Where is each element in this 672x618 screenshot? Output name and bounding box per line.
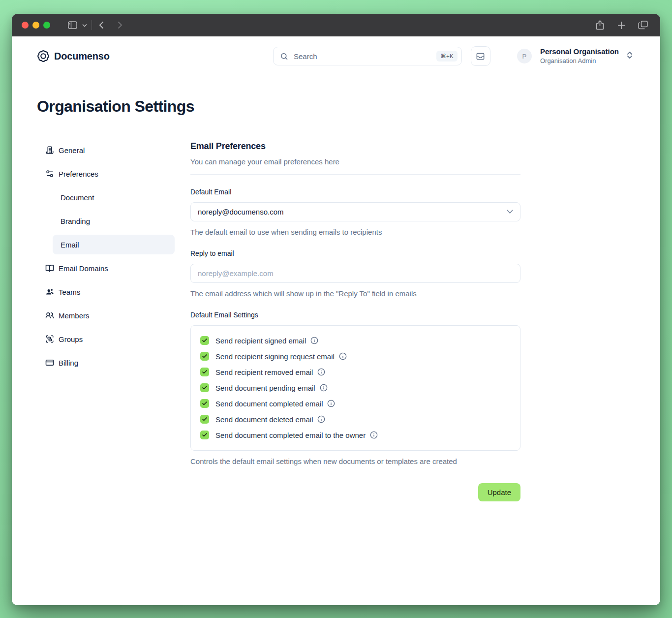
app-header: Documenso ⌘+K P Personal Organisation <box>12 36 660 75</box>
info-icon[interactable] <box>370 431 378 439</box>
checkbox-checked[interactable] <box>200 399 209 408</box>
section-subtitle: You can manage your email preferences he… <box>190 157 520 166</box>
sidebar-item-members[interactable]: Members <box>37 306 175 325</box>
sidebar-item-label: Branding <box>61 217 90 225</box>
back-button-icon[interactable] <box>94 18 109 32</box>
email-setting-row: Send recipient removed email <box>200 364 513 380</box>
sidebar-item-preferences[interactable]: Preferences <box>37 164 175 184</box>
default-email-helper: The default email to use when sending em… <box>190 228 520 236</box>
new-tab-icon[interactable] <box>614 18 629 32</box>
sidebar-item-label: Email <box>61 241 79 249</box>
checkbox-checked[interactable] <box>200 431 209 439</box>
zoom-window-button[interactable] <box>43 22 50 29</box>
email-setting-label: Send recipient signing request email <box>215 352 335 361</box>
info-icon[interactable] <box>317 368 325 376</box>
building-icon <box>45 146 54 154</box>
sidebar-item-label: Groups <box>59 335 83 343</box>
inbox-button[interactable] <box>471 46 490 66</box>
search-bar[interactable]: ⌘+K <box>273 47 462 65</box>
email-preferences-panel: Email Preferences You can manage your em… <box>190 140 520 501</box>
group-icon <box>45 335 54 343</box>
sidebar-item-email[interactable]: Email <box>53 235 175 254</box>
info-icon[interactable] <box>317 415 325 423</box>
sidebar-item-branding[interactable]: Branding <box>53 211 175 231</box>
chevron-down-icon <box>507 210 513 214</box>
settings-sidebar: GeneralPreferencesDocumentBrandingEmailE… <box>37 140 175 501</box>
sidebar-item-email-domains[interactable]: Email Domains <box>37 258 175 278</box>
sidebar-item-label: Members <box>59 311 90 320</box>
sidebar-item-label: Billing <box>59 359 78 367</box>
email-settings-box: Send recipient signed emailSend recipien… <box>190 325 520 451</box>
documenso-logo-icon <box>37 50 50 62</box>
chevrons-up-down-icon <box>627 51 633 61</box>
credit-card-icon <box>45 358 54 367</box>
sidebar-item-label: Document <box>61 193 94 202</box>
email-settings-label: Default Email Settings <box>190 311 520 319</box>
page-content: Documenso ⌘+K P Personal Organisation <box>12 36 660 605</box>
sidebar-item-label: Teams <box>59 288 80 296</box>
search-input[interactable] <box>293 52 436 61</box>
search-shortcut-badge: ⌘+K <box>436 51 458 62</box>
browser-window: Documenso ⌘+K P Personal Organisation <box>12 14 660 605</box>
email-setting-row: Send recipient signed email <box>200 333 513 348</box>
titlebar <box>12 14 660 36</box>
update-button[interactable]: Update <box>478 483 520 501</box>
sidebar-menu-chevron-icon[interactable] <box>80 18 90 32</box>
checkbox-checked[interactable] <box>200 336 209 345</box>
email-setting-label: Send document completed email to the own… <box>215 431 366 439</box>
reply-to-helper: The email address which will show up in … <box>190 289 520 298</box>
checkbox-checked[interactable] <box>200 352 209 361</box>
reply-to-label: Reply to email <box>190 249 520 257</box>
tab-overview-icon[interactable] <box>636 18 650 32</box>
inbox-icon <box>476 52 485 61</box>
checkbox-checked[interactable] <box>200 415 209 424</box>
info-icon[interactable] <box>339 352 347 360</box>
sidebar-item-document[interactable]: Document <box>53 187 175 207</box>
sidebar-item-label: General <box>59 146 85 154</box>
search-icon <box>280 52 288 61</box>
sliders-icon <box>45 169 54 178</box>
email-setting-row: Send recipient signing request email <box>200 348 513 364</box>
reply-to-input[interactable] <box>190 264 520 283</box>
email-setting-row: Send document pending email <box>200 380 513 396</box>
sidebar-item-general[interactable]: General <box>37 140 175 160</box>
share-icon[interactable] <box>592 18 607 32</box>
info-icon[interactable] <box>320 384 328 392</box>
toolbar-divider <box>92 20 92 30</box>
minimize-window-button[interactable] <box>32 22 39 29</box>
default-email-value: noreply@documenso.com <box>198 208 283 216</box>
organisation-switcher[interactable]: P Personal Organisation Organisation Adm… <box>517 47 633 65</box>
close-window-button[interactable] <box>22 22 29 29</box>
avatar: P <box>517 49 532 63</box>
email-setting-label: Send recipient signed email <box>215 337 306 345</box>
default-email-select[interactable]: noreply@documenso.com <box>190 202 520 221</box>
account-role: Organisation Admin <box>540 57 619 65</box>
forward-button-icon[interactable] <box>113 18 127 32</box>
sidebar-item-teams[interactable]: Teams <box>37 282 175 302</box>
account-name: Personal Organisation <box>540 47 619 56</box>
email-setting-label: Send document deleted email <box>215 415 313 424</box>
checkbox-checked[interactable] <box>200 368 209 376</box>
book-open-icon <box>45 264 54 273</box>
email-setting-row: Send document deleted email <box>200 411 513 427</box>
email-setting-label: Send recipient removed email <box>215 368 313 376</box>
email-setting-label: Send document pending email <box>215 384 315 392</box>
email-settings-helper: Controls the default email settings when… <box>190 457 520 465</box>
brand-name: Documenso <box>54 51 110 62</box>
traffic-lights <box>22 22 50 29</box>
sidebar-item-label: Preferences <box>59 170 98 178</box>
email-setting-row: Send document completed email <box>200 396 513 411</box>
users-filled-icon <box>45 287 54 296</box>
info-icon[interactable] <box>310 337 318 344</box>
sidebar-item-groups[interactable]: Groups <box>37 329 175 349</box>
section-title: Email Preferences <box>190 141 520 152</box>
page-title: Organisation Settings <box>37 97 633 116</box>
documenso-logo[interactable]: Documenso <box>37 50 110 62</box>
default-email-label: Default Email <box>190 188 520 196</box>
info-icon[interactable] <box>327 400 335 407</box>
sidebar-item-label: Email Domains <box>59 264 108 273</box>
sidebar-item-billing[interactable]: Billing <box>37 353 175 372</box>
sidebar-toggle-icon[interactable] <box>65 18 80 32</box>
checkbox-checked[interactable] <box>200 383 209 392</box>
email-setting-label: Send document completed email <box>215 400 323 408</box>
